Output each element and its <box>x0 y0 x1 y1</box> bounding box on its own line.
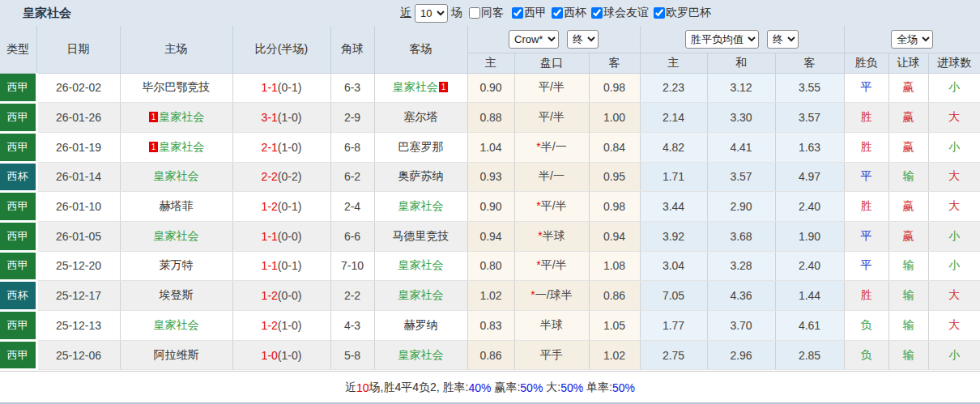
recent-label[interactable]: 近 <box>400 6 411 20</box>
league-filter-checkbox[interactable] <box>654 7 665 19</box>
home-team-cell: 皇家社会 <box>120 162 232 192</box>
odds-away-cell: 3.55 <box>775 73 844 103</box>
league-type-cell: 西甲 <box>0 311 36 341</box>
league-type-cell: 西甲 <box>0 251 36 281</box>
team-name: 皇家社会 <box>398 288 444 301</box>
same-venue-toggle[interactable]: 同客 <box>466 6 504 20</box>
league-type-cell: 西杯 <box>0 281 36 311</box>
odds-time-select[interactable]: 终 <box>767 30 799 49</box>
home-team-cell: 莱万特 <box>120 251 232 281</box>
ah-away-odds-cell: 0.98 <box>589 73 640 103</box>
league-type-cell: 西甲 <box>0 103 36 133</box>
result-goals-cell: 小 <box>928 251 980 281</box>
result-wdl-cell: 负 <box>844 340 888 370</box>
league-type-cell: 西杯 <box>0 162 36 192</box>
score-cell: 1-2(0-0) <box>232 281 330 311</box>
match-row: 西甲26-01-10赫塔菲1-2(0-1)2-4皇家社会0.90*平/半0.98… <box>0 192 980 222</box>
team-name: 皇家社会 <box>154 229 199 242</box>
result-handicap-cell: 赢 <box>888 103 928 133</box>
match-row: 西甲26-02-02毕尔巴鄂竞技1-1(0-1)6-3皇家社会10.90平/半0… <box>0 73 980 103</box>
ah-line-text: 半/一 <box>541 140 567 153</box>
ah-line-cell: *平/半 <box>514 251 589 281</box>
league-filter-西杯[interactable]: 西杯 <box>548 6 586 20</box>
league-type-cell: 西甲 <box>0 192 36 222</box>
odds-away-cell: 1.63 <box>775 132 844 162</box>
col-header-away: 客场 <box>374 26 467 73</box>
league-filter-checkbox[interactable] <box>591 7 603 19</box>
scope-select[interactable]: 全场 <box>891 30 933 49</box>
match-row: 西甲25-12-20莱万特1-1(0-1)7-10皇家社会0.80*平/半1.0… <box>0 251 980 281</box>
odds-home-cell: 2.23 <box>640 73 707 103</box>
odds-away-cell: 4.61 <box>775 311 844 341</box>
rank-badge: 1 <box>149 142 159 152</box>
league-filter-checkbox[interactable] <box>512 7 523 19</box>
away-team-cell: 塞尔塔 <box>374 103 467 133</box>
result-goals-cell: 小 <box>928 132 980 162</box>
ah-line-text: 平/半 <box>541 258 567 271</box>
result-goals-cell: 小 <box>928 340 980 370</box>
result-handicap-cell: 赢 <box>888 192 928 222</box>
score-fulltime: 1-1 <box>262 259 278 272</box>
match-row: 西杯26-01-14皇家社会2-2(0-2)6-2奥萨苏纳0.93半/一0.95… <box>0 162 980 192</box>
col-header-result-goals: 进球数 <box>928 53 980 73</box>
league-type-cell: 西甲 <box>0 221 36 251</box>
score-fulltime: 1-0 <box>262 349 278 362</box>
ah-away-odds-cell: 0.84 <box>589 132 640 162</box>
away-team-cell: 马德里竞技 <box>374 221 467 251</box>
ah-away-odds-cell: 0.95 <box>589 162 640 192</box>
league-filter-西甲[interactable]: 西甲 <box>509 6 547 20</box>
col-header-score: 比分(半场) <box>232 26 330 73</box>
table-header: 类型 日期 主场 比分(半场) 角球 客场 Crow* 终 胜平负均值 终 <box>0 26 980 73</box>
score-halftime: (0-1) <box>278 81 302 94</box>
odds-draw-cell: 4.41 <box>707 132 775 162</box>
score-fulltime: 1-2 <box>262 319 278 332</box>
league-filter-球会友谊[interactable]: 球会友谊 <box>588 6 649 20</box>
date-cell: 25-12-13 <box>36 311 120 341</box>
col-header-ah-line: 盘口 <box>514 53 589 73</box>
league-filter-欧罗巴杯[interactable]: 欧罗巴杯 <box>650 6 711 20</box>
result-handicap-cell: 输 <box>888 251 928 281</box>
match-row: 西杯25-12-17埃登斯1-2(0-0)2-2皇家社会1.02*一/球半0.8… <box>0 281 980 311</box>
date-cell: 26-01-14 <box>36 162 120 192</box>
away-team-cell: 奥萨苏纳 <box>374 162 467 192</box>
summary-segment: 50% <box>612 381 635 394</box>
away-team-cell: 皇家社会 <box>374 340 467 370</box>
score-fulltime: 1-1 <box>262 230 278 243</box>
score-cell: 1-0(1-0) <box>232 340 330 370</box>
scope-controls-cell: 全场 <box>844 26 980 53</box>
match-row: 西甲26-01-05皇家社会1-1(0-0)6-6马德里竞技0.94*半球0.9… <box>0 221 980 251</box>
result-handicap-cell: 赢 <box>888 73 928 103</box>
result-handicap-cell: 输 <box>888 162 928 192</box>
odds-type-select[interactable]: 胜平负均值 <box>685 30 759 49</box>
team-name: 皇家社会 <box>154 318 199 331</box>
result-handicap-cell: 赢 <box>888 132 928 162</box>
ah-home-odds-cell: 0.90 <box>467 192 514 222</box>
ah-home-odds-cell: 1.04 <box>467 132 514 162</box>
ah-away-odds-cell: 1.02 <box>589 340 640 370</box>
home-team-cell: 皇家社会 <box>120 311 232 341</box>
team-name: 皇家社会 <box>398 348 444 361</box>
handicap-time-select[interactable]: 终 <box>567 30 599 49</box>
score-fulltime: 2-2 <box>262 170 278 183</box>
result-wdl-cell: 胜 <box>844 103 888 133</box>
home-team-cell: 阿拉维斯 <box>120 340 232 370</box>
matches-table: 类型 日期 主场 比分(半场) 角球 客场 Crow* 终 胜平负均值 终 <box>0 26 980 371</box>
league-filters: 西甲西杯球会友谊欧罗巴杯 <box>509 6 713 21</box>
ah-home-odds-cell: 0.88 <box>467 103 514 133</box>
league-type-cell: 西甲 <box>0 73 36 103</box>
league-filter-checkbox[interactable] <box>552 7 563 19</box>
score-cell: 1-2(0-1) <box>232 192 330 222</box>
odds-away-cell: 2.85 <box>775 340 844 370</box>
result-wdl-cell: 平 <box>844 73 888 103</box>
score-fulltime: 1-1 <box>262 81 278 94</box>
same-venue-checkbox[interactable] <box>469 7 480 19</box>
team-name: 奥萨苏纳 <box>398 169 444 182</box>
bookmaker-select[interactable]: Crow* <box>509 30 559 49</box>
score-halftime: (0-0) <box>278 289 302 302</box>
same-venue-label: 同客 <box>481 6 504 20</box>
ah-line-text: 平/半 <box>539 110 565 123</box>
odds-home-cell: 1.77 <box>640 311 707 341</box>
date-cell: 26-01-26 <box>36 103 120 133</box>
recent-count-select[interactable]: 10 <box>415 4 448 23</box>
odds-away-cell: 2.40 <box>775 192 844 222</box>
